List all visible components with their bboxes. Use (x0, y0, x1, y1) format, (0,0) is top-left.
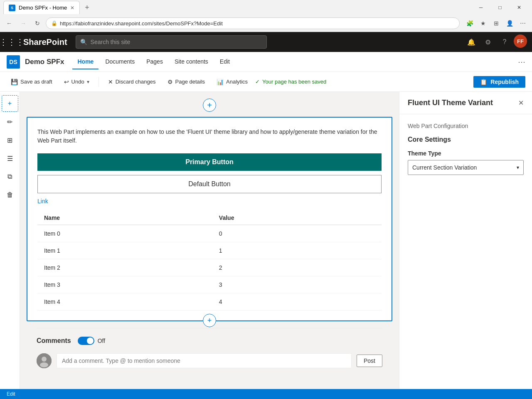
table-row: Item 3 3 (37, 276, 382, 293)
close-panel-button[interactable]: ✕ (518, 99, 524, 107)
link-element[interactable]: Link (37, 198, 48, 204)
window-controls: ─ □ ✕ (471, 1, 529, 14)
analytics-label: Analytics (226, 79, 248, 85)
save-draft-button[interactable]: 💾 Save as draft (7, 77, 57, 87)
browser-icons: 🧩 ★ ⊞ 👤 ⋯ (464, 17, 529, 29)
default-button[interactable]: Default Button (37, 175, 382, 193)
extensions-icon[interactable]: 🧩 (464, 17, 475, 29)
tab-favicon: S (9, 5, 15, 11)
undo-label: Undo (71, 79, 84, 85)
new-tab-button[interactable]: + (83, 2, 91, 14)
address-bar[interactable]: 🔒 (46, 17, 460, 29)
comments-header: Comments Off (37, 337, 382, 345)
panel-title: Fluent UI Theme Variant (408, 99, 493, 107)
config-subtitle: Web Part Configuration (408, 123, 524, 129)
checkmark-icon: ✓ (255, 79, 260, 85)
nav-more-icon[interactable]: ⋯ (518, 57, 525, 66)
help-icon[interactable]: ? (497, 34, 512, 49)
tab-close-icon[interactable]: ✕ (70, 5, 74, 11)
add-section-top-icon[interactable]: + (2, 95, 18, 112)
undo-button[interactable]: ↩ Undo ▾ (60, 77, 94, 87)
topnav-icons: 🔔 ⚙ ? FF (464, 34, 527, 49)
theme-type-value: Current Section Variation (412, 164, 477, 171)
undo-chevron-icon[interactable]: ▾ (87, 79, 89, 85)
refresh-button[interactable]: ↻ (32, 17, 43, 29)
table-cell-value: 3 (212, 276, 382, 293)
add-webpart-below-button[interactable]: + (203, 314, 216, 327)
comments-toggle[interactable]: Off (78, 337, 105, 345)
undo-icon: ↩ (64, 79, 69, 85)
notification-icon[interactable]: 🔔 (464, 34, 479, 49)
url-input[interactable] (60, 20, 454, 27)
settings-icon[interactable]: ⚙ (480, 34, 495, 49)
table-row: Item 4 4 (37, 293, 382, 310)
discard-icon: ✕ (108, 79, 113, 85)
close-window-button[interactable]: ✕ (510, 1, 529, 14)
table-cell-name: Item 1 (37, 242, 212, 259)
search-input[interactable] (91, 39, 262, 45)
edit-toolbar: 💾 Save as draft ↩ Undo ▾ ✕ Discard chang… (0, 72, 532, 92)
page-details-button[interactable]: ⚙ Page details (163, 77, 209, 87)
republish-label: Republish (490, 79, 519, 85)
post-comment-button[interactable]: Post (357, 355, 382, 367)
table-row: Item 1 1 (37, 242, 382, 259)
toggle-control[interactable] (78, 337, 94, 345)
discard-button[interactable]: ✕ Discard changes (104, 77, 160, 87)
data-table: Name Value Item 0 0 Item 1 1 Item 2 2 It… (37, 211, 382, 310)
nav-item-site-contents[interactable]: Site contents (170, 54, 213, 69)
browser-tab[interactable]: S Demo SPFx - Home ✕ (3, 1, 80, 14)
layout-icon[interactable]: ⊞ (2, 132, 18, 148)
webpart-icon[interactable]: ☰ (2, 150, 18, 167)
saved-text: Your page has been saved (262, 79, 326, 85)
svg-point-1 (42, 357, 47, 362)
bottom-status-bar: Edit (0, 389, 532, 399)
profile-icon[interactable]: 👤 (504, 17, 515, 29)
collections-icon[interactable]: ⊞ (490, 17, 502, 29)
core-settings-title: Core Settings (408, 136, 524, 143)
maximize-button[interactable]: □ (490, 1, 510, 14)
table-row: Item 2 2 (37, 259, 382, 276)
webpart-description: This Web Part implements an example on h… (37, 128, 382, 145)
add-section-above-button[interactable]: + (203, 99, 216, 112)
republish-button[interactable]: 📋 Republish (473, 76, 525, 88)
favorites-icon[interactable]: ★ (477, 17, 489, 29)
col-header-value: Value (212, 211, 382, 225)
saved-message: ✓ Your page has been saved (255, 79, 326, 85)
forward-button[interactable]: → (17, 17, 29, 29)
search-box[interactable]: 🔍 (76, 35, 267, 49)
table-cell-value: 0 (212, 225, 382, 242)
nav-item-edit[interactable]: Edit (215, 54, 235, 69)
nav-item-documents[interactable]: Documents (100, 54, 140, 69)
comments-area: Comments Off Post (27, 321, 392, 375)
save-draft-label: Save as draft (20, 79, 52, 85)
browser-nav-bar: ← → ↻ 🔒 🧩 ★ ⊞ 👤 ⋯ (0, 15, 532, 32)
comment-input[interactable] (57, 353, 352, 368)
edit-icon[interactable]: ✏ (2, 113, 18, 130)
republish-icon: 📋 (480, 79, 487, 85)
bottom-bar-text: Edit (7, 391, 15, 397)
left-sidebar: + ✏ ⊞ ☰ ⧉ 🗑 (0, 92, 20, 399)
theme-type-dropdown[interactable]: Current Section Variation ▾ (408, 160, 524, 175)
back-button[interactable]: ← (3, 17, 15, 29)
waffle-icon[interactable]: ⋮⋮⋮ (5, 35, 18, 49)
browser-title-bar: S Demo SPFx - Home ✕ + ─ □ ✕ (0, 0, 532, 15)
primary-button[interactable]: Primary Button (37, 153, 382, 171)
search-icon: 🔍 (80, 39, 87, 45)
analytics-button[interactable]: 📊 Analytics (212, 77, 252, 87)
table-cell-name: Item 3 (37, 276, 212, 293)
sp-topnav: ⋮⋮⋮ SharePoint 🔍 🔔 ⚙ ? FF (0, 32, 532, 52)
tab-title: Demo SPFx - Home (19, 5, 67, 11)
right-panel-body: Web Part Configuration Core Settings The… (399, 114, 532, 183)
site-icon: DS (7, 55, 20, 69)
minimize-button[interactable]: ─ (471, 1, 490, 14)
table-cell-value: 2 (212, 259, 382, 276)
toggle-knob (87, 337, 94, 344)
settings-menu-icon[interactable]: ⋯ (517, 17, 529, 29)
nav-item-home[interactable]: Home (72, 54, 99, 69)
delete-icon[interactable]: 🗑 (2, 187, 18, 203)
right-panel: Fluent UI Theme Variant ✕ Web Part Confi… (399, 92, 532, 399)
col-header-name: Name (37, 211, 212, 225)
copy-icon[interactable]: ⧉ (2, 168, 18, 185)
user-avatar[interactable]: FF (514, 34, 527, 48)
nav-item-pages[interactable]: Pages (141, 54, 168, 69)
